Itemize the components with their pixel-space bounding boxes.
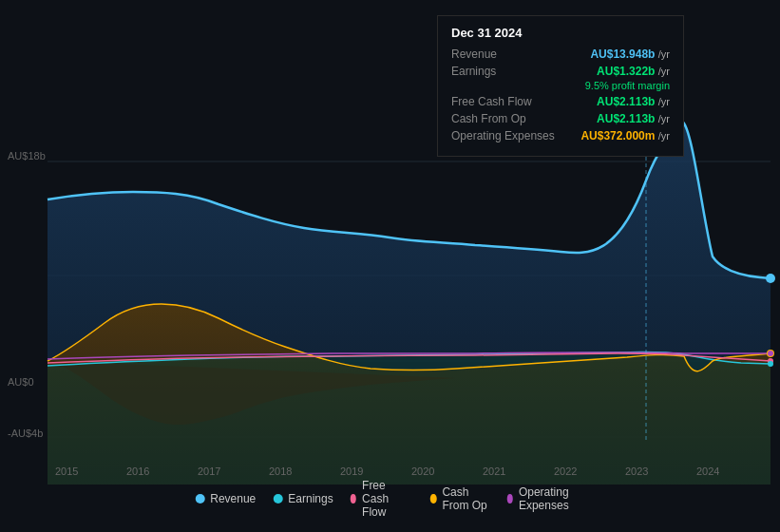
tooltip-row-earnings: Earnings AU$1.322b /yr xyxy=(451,65,670,78)
x-label-2024: 2024 xyxy=(696,466,719,477)
x-label-2020: 2020 xyxy=(411,466,434,477)
legend-dot-earnings xyxy=(273,494,282,504)
y-label-18b: AU$18b xyxy=(8,150,46,162)
tooltip-row-cashop: Cash From Op AU$2.113b /yr xyxy=(451,112,670,125)
legend-dot-cashop xyxy=(430,494,436,504)
legend-label-revenue: Revenue xyxy=(210,492,256,505)
tooltip-label-earnings: Earnings xyxy=(451,65,556,78)
legend-label-earnings: Earnings xyxy=(288,492,333,505)
chart-container: AU$18b AU$0 -AU$4b 2015 2016 2017 2018 2… xyxy=(0,0,780,532)
legend-dot-revenue xyxy=(195,494,204,504)
legend-item-earnings[interactable]: Earnings xyxy=(273,492,333,505)
tooltip-value-revenue: AU$13.948b /yr xyxy=(590,48,670,61)
tooltip-label-fcf: Free Cash Flow xyxy=(451,95,556,108)
x-label-2019: 2019 xyxy=(340,466,363,477)
tooltip-label-opex: Operating Expenses xyxy=(451,129,556,142)
tooltip-value-cashop: AU$2.113b /yr xyxy=(597,112,670,125)
legend-label-fcf: Free Cash Flow xyxy=(362,479,413,519)
tooltip-panel: Dec 31 2024 Revenue AU$13.948b /yr Earni… xyxy=(437,15,684,157)
legend-label-cashop: Cash From Op xyxy=(442,485,489,512)
x-label-2015: 2015 xyxy=(55,466,78,477)
tooltip-value-earnings: AU$1.322b /yr xyxy=(597,65,670,78)
tooltip-row-revenue: Revenue AU$13.948b /yr xyxy=(451,48,670,61)
profit-margin-text: 9.5% profit margin xyxy=(585,80,670,91)
legend-label-opex: Operating Expenses xyxy=(519,485,585,512)
svg-point-9 xyxy=(768,361,773,367)
chart-legend: Revenue Earnings Free Cash Flow Cash Fro… xyxy=(195,479,585,519)
y-label-neg4b: -AU$4b xyxy=(8,428,43,439)
x-label-2022: 2022 xyxy=(554,466,577,477)
tooltip-value-fcf: AU$2.113b /yr xyxy=(597,95,670,108)
legend-item-cashop[interactable]: Cash From Op xyxy=(430,485,489,512)
legend-dot-opex xyxy=(507,494,513,504)
tooltip-row-fcf: Free Cash Flow AU$2.113b /yr xyxy=(451,95,670,108)
tooltip-date: Dec 31 2024 xyxy=(451,26,670,40)
x-label-2021: 2021 xyxy=(483,466,505,477)
tooltip-value-opex: AU$372.000m /yr xyxy=(580,129,670,142)
tooltip-row-opex: Operating Expenses AU$372.000m /yr xyxy=(451,129,670,142)
legend-item-revenue[interactable]: Revenue xyxy=(195,492,256,505)
x-label-2016: 2016 xyxy=(126,466,149,477)
y-label-0: AU$0 xyxy=(8,376,34,388)
x-label-2018: 2018 xyxy=(269,466,292,477)
x-label-2023: 2023 xyxy=(625,466,648,477)
legend-item-opex[interactable]: Operating Expenses xyxy=(507,485,585,512)
svg-point-8 xyxy=(768,351,773,356)
profit-margin-row: 9.5% profit margin xyxy=(451,80,670,91)
legend-dot-fcf xyxy=(351,494,356,504)
tooltip-label-cashop: Cash From Op xyxy=(451,112,556,125)
legend-item-fcf[interactable]: Free Cash Flow xyxy=(351,479,413,519)
x-label-2017: 2017 xyxy=(198,466,220,477)
tooltip-label-revenue: Revenue xyxy=(451,48,556,61)
svg-point-5 xyxy=(766,274,775,283)
